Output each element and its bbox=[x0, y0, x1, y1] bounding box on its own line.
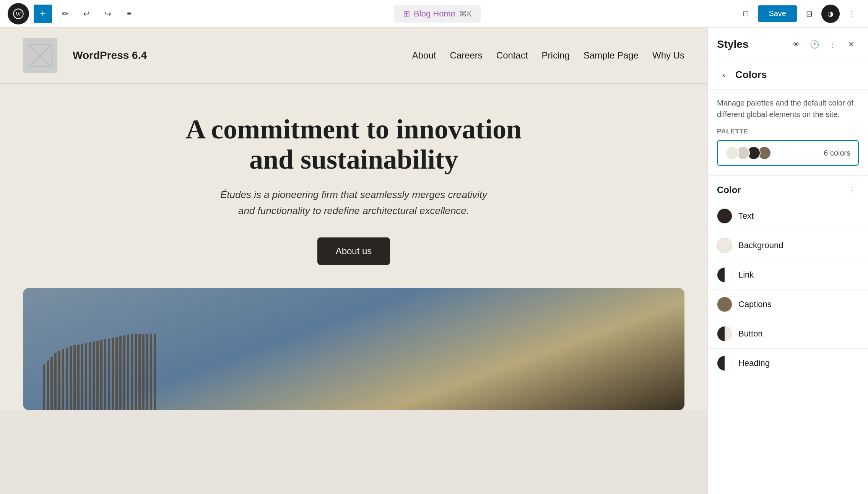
preview-icon[interactable]: □ bbox=[737, 5, 754, 22]
back-button[interactable]: ‹ bbox=[717, 68, 731, 81]
architectural-image bbox=[23, 288, 684, 410]
pencil-icon[interactable]: ✏ bbox=[57, 5, 73, 22]
color-swatch-heading bbox=[717, 356, 732, 371]
blog-home-button[interactable]: ⊞ Blog Home ⌘K bbox=[394, 5, 481, 23]
nav-item-why-us[interactable]: Why Us bbox=[652, 50, 684, 61]
site-title: WordPress 6.4 bbox=[73, 49, 147, 62]
toolbar-right: □ Save ⊟ ◑ ⋮ bbox=[737, 5, 860, 23]
color-section-title: Color bbox=[717, 185, 741, 195]
style-toggle-button[interactable]: ◑ bbox=[821, 5, 840, 23]
nav-item-careers[interactable]: Careers bbox=[450, 50, 482, 61]
color-item-background[interactable]: Background bbox=[708, 231, 868, 260]
color-label-heading: Heading bbox=[738, 358, 770, 368]
canvas: WordPress 6.4 About Careers Contact Pric… bbox=[0, 28, 707, 494]
wp-logo[interactable]: W bbox=[8, 3, 29, 24]
color-item-link[interactable]: Link bbox=[708, 260, 868, 290]
save-button[interactable]: Save bbox=[758, 5, 797, 22]
color-label-captions: Captions bbox=[738, 299, 772, 309]
color-label-button: Button bbox=[738, 329, 763, 339]
styles-panel: Styles 👁 🕐 ⋮ ✕ ‹ Colors Manage palettes … bbox=[707, 28, 868, 494]
image-section bbox=[0, 288, 707, 410]
color-swatch-captions bbox=[717, 297, 732, 312]
panel-header-icons: 👁 🕐 ⋮ ✕ bbox=[788, 37, 859, 52]
color-swatch-background bbox=[717, 238, 732, 253]
color-label-link: Link bbox=[738, 270, 754, 280]
about-us-button[interactable]: About us bbox=[317, 237, 390, 265]
redo-button[interactable]: ↪ bbox=[99, 5, 116, 22]
color-item-heading[interactable]: Heading bbox=[708, 349, 868, 378]
hero-section: A commitment to innovation and sustainab… bbox=[0, 84, 707, 288]
undo-button[interactable]: ↩ bbox=[78, 5, 95, 22]
styles-history-icon[interactable]: 🕐 bbox=[807, 37, 822, 52]
color-label-background: Background bbox=[738, 240, 783, 250]
nav-item-about[interactable]: About bbox=[412, 50, 436, 61]
nav-item-contact[interactable]: Contact bbox=[496, 50, 528, 61]
keyboard-shortcut: ⌘K bbox=[459, 9, 472, 18]
color-swatch-link bbox=[717, 267, 732, 283]
layout-icon[interactable]: ⊟ bbox=[801, 5, 818, 22]
color-item-button[interactable]: Button bbox=[708, 319, 868, 349]
hero-subtitle: Études is a pioneering firm that seamles… bbox=[220, 187, 488, 219]
color-item-text[interactable]: Text bbox=[708, 202, 868, 231]
color-item-captions[interactable]: Captions bbox=[708, 290, 868, 319]
panel-header: Styles 👁 🕐 ⋮ ✕ bbox=[708, 28, 868, 60]
svg-text:W: W bbox=[16, 11, 21, 17]
list-view-button[interactable]: ≡ bbox=[121, 5, 138, 22]
nav-item-pricing[interactable]: Pricing bbox=[542, 50, 570, 61]
hero-title: A commitment to innovation and sustainab… bbox=[182, 114, 526, 175]
more-options-button[interactable]: ⋮ bbox=[844, 5, 860, 22]
color-section: Color ⋮ Text Background Link bbox=[708, 175, 868, 378]
toolbar: W + ✏ ↩ ↪ ≡ ⊞ Blog Home ⌘K □ Save ⊟ ◑ ⋮ bbox=[0, 0, 868, 28]
toolbar-center: ⊞ Blog Home ⌘K bbox=[142, 5, 733, 23]
blog-home-icon: ⊞ bbox=[403, 9, 410, 19]
color-swatch-button bbox=[717, 326, 732, 341]
main-area: WordPress 6.4 About Careers Contact Pric… bbox=[0, 28, 868, 494]
colors-header: ‹ Colors bbox=[708, 60, 868, 89]
site-logo bbox=[23, 38, 57, 73]
color-swatch-text bbox=[717, 208, 732, 224]
blog-home-label: Blog Home bbox=[414, 9, 455, 19]
image-lines bbox=[42, 334, 684, 410]
site-header: WordPress 6.4 About Careers Contact Pric… bbox=[0, 28, 707, 84]
colors-description: Manage palettes and the default color of… bbox=[708, 89, 868, 128]
color-label-text: Text bbox=[738, 211, 754, 221]
colors-title: Colors bbox=[735, 69, 767, 81]
palette-count: 6 colors bbox=[824, 149, 850, 158]
nav-item-sample-page[interactable]: Sample Page bbox=[584, 50, 639, 61]
site-navigation: About Careers Contact Pricing Sample Pag… bbox=[412, 50, 684, 61]
palette-selector[interactable]: 6 colors bbox=[717, 140, 859, 166]
palette-swatches bbox=[725, 146, 768, 160]
styles-more-icon[interactable]: ⋮ bbox=[825, 37, 840, 52]
styles-preview-icon[interactable]: 👁 bbox=[788, 37, 804, 52]
color-section-header: Color ⋮ bbox=[708, 176, 868, 202]
palette-section: PALETTE 6 colors bbox=[708, 128, 868, 175]
swatch-0 bbox=[725, 146, 739, 160]
close-panel-button[interactable]: ✕ bbox=[844, 37, 859, 52]
palette-label: PALETTE bbox=[717, 128, 859, 135]
panel-title: Styles bbox=[717, 38, 749, 50]
add-block-button[interactable]: + bbox=[34, 5, 52, 23]
color-more-button[interactable]: ⋮ bbox=[845, 183, 859, 197]
